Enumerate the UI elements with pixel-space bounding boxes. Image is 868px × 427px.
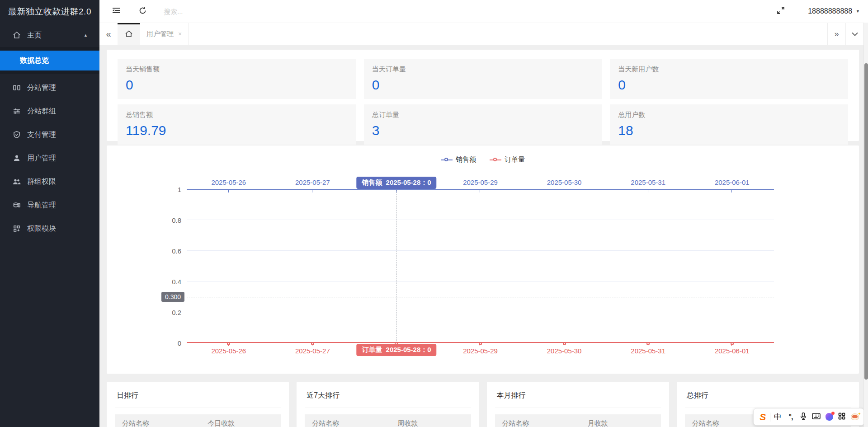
stat-card-today-new-users: 当天新用户数 0 <box>610 59 848 99</box>
line-marker-icon <box>441 158 453 162</box>
table-header: 分站名称 周收款 <box>305 414 471 427</box>
chart-panel: 销售额 订单量 1 0.8 0.6 <box>107 145 859 374</box>
ime-logo-button[interactable]: S <box>757 408 768 425</box>
stat-label: 总销售额 <box>126 111 348 119</box>
tooltip-value: 2025-05-28：0 <box>386 178 431 186</box>
sidebar-item-label: 权限模块 <box>27 224 56 234</box>
ranking-7days: 近7天排行 分站名称 周收款 <box>297 382 479 427</box>
y-tick-label: 0.4 <box>172 278 181 286</box>
stat-value: 0 <box>372 77 594 93</box>
app-title: 最新独立收款进群2.0 <box>0 0 99 23</box>
sidebar-item-label: 群组权限 <box>27 177 56 187</box>
data-point <box>311 342 314 345</box>
search-input[interactable] <box>164 5 299 18</box>
tabs-more-button[interactable]: » <box>827 23 845 45</box>
stat-card-total-sales: 总销售额 119.79 <box>118 104 356 145</box>
sidebar-item-home[interactable]: 主页 ▲ <box>0 23 99 47</box>
table-header: 分站名称 月收款 <box>495 414 661 427</box>
data-point <box>731 342 734 345</box>
nav-stack-icon <box>12 200 22 210</box>
fullscreen-icon <box>777 6 785 16</box>
tab-home[interactable] <box>118 23 140 45</box>
ranking-title: 本月排行 <box>495 382 661 408</box>
stat-cards: 当天销售额 0 当天订单量 0 当天新用户数 0 总销售额 119.79 总订单… <box>118 59 848 132</box>
sidebar-item-substation-groups[interactable]: 分站群组 <box>0 99 99 123</box>
chevron-down-icon <box>852 30 858 38</box>
tooltip-series-name: 订单量 <box>362 346 382 353</box>
gridline <box>187 220 774 220</box>
dashboard-page: 最新独立收款进群2.0 主页 ▲ 数据总览 分站管理 分站群组 <box>0 0 868 427</box>
sidebar-item-label: 导航管理 <box>27 201 56 210</box>
legend-item-sales[interactable]: 销售额 <box>441 155 476 164</box>
sidebar-item-data-overview[interactable]: 数据总览 <box>0 51 99 70</box>
x-tick-label: 2025-05-26 <box>187 347 271 355</box>
legend-item-orders[interactable]: 订单量 <box>490 155 525 164</box>
close-icon[interactable]: × <box>178 30 182 38</box>
refresh-button[interactable] <box>132 0 153 23</box>
stat-card-total-users: 总用户数 18 <box>610 104 848 145</box>
ime-emoji-button[interactable]: ✦ <box>849 408 860 425</box>
tabs-dropdown-button[interactable] <box>845 23 863 45</box>
divider <box>770 413 770 422</box>
page-scrollbar[interactable] <box>863 23 868 427</box>
tooltip-series-name: 销售额 <box>362 178 382 186</box>
sidebar-item-label: 数据总览 <box>20 56 49 66</box>
column-header: 月收款 <box>570 419 661 427</box>
x-tick-label: 2025-05-27 <box>271 347 355 355</box>
stat-value: 18 <box>618 123 840 138</box>
data-point <box>646 342 650 345</box>
column-header: 周收款 <box>380 419 471 427</box>
scrollbar-thumb[interactable] <box>864 63 868 380</box>
sidebar-item-substation-manage[interactable]: 分站管理 <box>0 76 99 99</box>
sidebar-item-permission-modules[interactable]: 权限模块 <box>0 217 99 240</box>
sidebar-item-payment-manage[interactable]: 支付管理 <box>0 123 99 146</box>
sidebar-item-label: 主页 <box>27 31 42 40</box>
stat-label: 总用户数 <box>618 111 840 119</box>
sliders-icon <box>12 106 22 116</box>
fullscreen-button[interactable] <box>770 0 791 23</box>
x-tick-label: 2025-05-30 <box>522 347 606 355</box>
collapse-sidebar-button[interactable] <box>106 0 127 23</box>
sidebar-item-label: 用户管理 <box>27 154 56 163</box>
tab-user-manage[interactable]: 用户管理 × <box>140 23 189 45</box>
columns-icon <box>12 83 22 93</box>
gridline <box>187 281 774 282</box>
stat-card-today-sales: 当天销售额 0 <box>118 59 356 99</box>
sidebar-item-label: 分站群组 <box>27 107 56 116</box>
x-tick-label: 2025-05-29 <box>439 178 523 186</box>
stat-label: 总订单量 <box>372 111 594 119</box>
ranking-month: 本月排行 分站名称 月收款 <box>487 382 669 427</box>
sidebar-item-user-manage[interactable]: 用户管理 <box>0 146 99 170</box>
chart-plot-area[interactable]: 1 0.8 0.6 0.4 0.2 0 0.300 2025-05-26 202… <box>187 189 774 343</box>
chinese-mode-icon: 中 <box>774 412 782 422</box>
stat-value: 0 <box>126 77 348 93</box>
keyboard-icon <box>812 413 821 421</box>
y-tick-label: 0.6 <box>172 247 181 255</box>
table-header: 分站名称 今日收款 <box>115 414 281 427</box>
sidebar-item-group-permissions[interactable]: 群组权限 <box>0 170 99 193</box>
sidebar-item-label: 支付管理 <box>27 130 56 140</box>
username: 18888888888 <box>808 7 852 15</box>
ime-ai-button[interactable] <box>824 408 835 425</box>
marker-line-badge: 0.300 <box>161 292 184 302</box>
tabs-scroll-left-button[interactable]: « <box>99 23 118 45</box>
x-tick-label: 2025-05-31 <box>606 347 690 355</box>
ime-toolbox-button[interactable] <box>836 408 847 425</box>
stat-card-total-orders: 总订单量 3 <box>364 104 602 145</box>
sidebar-item-nav-manage[interactable]: 导航管理 <box>0 193 99 217</box>
data-point <box>563 342 566 345</box>
ime-punctuation-button[interactable]: °, <box>785 408 796 425</box>
axis-pointer-line <box>396 189 397 343</box>
caret-up-icon: ▲ <box>84 33 88 38</box>
sidebar-submenu: 数据总览 <box>0 47 99 74</box>
user-icon <box>12 153 22 163</box>
ime-keyboard-button[interactable] <box>811 408 822 425</box>
x-tick-label: 2025-05-26 <box>187 178 271 186</box>
marker-line <box>187 297 774 297</box>
column-header: 今日收款 <box>189 419 281 427</box>
topbar: 18888888888 ▼ <box>99 0 868 23</box>
ime-language-button[interactable]: 中 <box>772 408 783 425</box>
ime-voice-button[interactable] <box>798 408 809 425</box>
sogou-logo-icon: S <box>760 412 766 422</box>
user-menu[interactable]: 18888888888 ▼ <box>808 0 860 23</box>
